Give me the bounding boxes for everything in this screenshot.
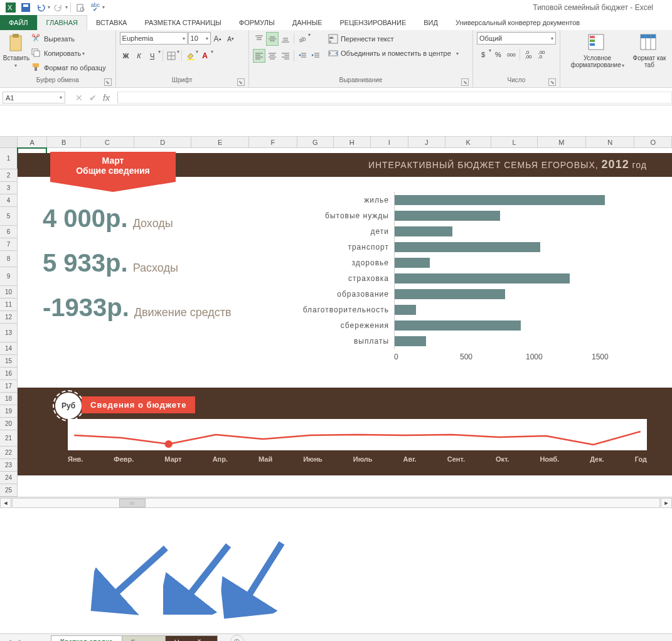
decrease-font-icon[interactable]: A▾	[225, 32, 237, 46]
copy-button[interactable]: Копировать▾	[31, 46, 106, 60]
redo-dd[interactable]: ▾	[65, 4, 68, 10]
font-name-select[interactable]: Euphemia▾	[120, 32, 188, 45]
formula-input[interactable]	[117, 92, 672, 103]
decrease-indent-icon[interactable]	[296, 49, 309, 63]
column-header[interactable]: O	[634, 137, 672, 147]
percent-format-icon[interactable]: %	[492, 48, 504, 61]
row-header[interactable]: 5	[0, 207, 18, 226]
column-header[interactable]: L	[491, 137, 537, 147]
column-header[interactable]: E	[191, 137, 248, 147]
ribbon-tab-вид[interactable]: ВИД	[415, 15, 447, 30]
row-header[interactable]: 25	[0, 484, 18, 497]
alignment-dialog-icon[interactable]: ⬊	[461, 78, 469, 86]
row-header[interactable]: 6	[0, 226, 18, 238]
column-header[interactable]: H	[334, 137, 371, 147]
increase-indent-icon[interactable]	[309, 49, 322, 63]
column-header[interactable]: D	[134, 137, 191, 147]
sheet-tab[interactable]: Настройка	[165, 635, 218, 642]
format-as-table-button[interactable]: Формат как таб	[631, 32, 668, 68]
row-header[interactable]: 8	[0, 251, 18, 267]
column-header[interactable]: A	[18, 137, 48, 147]
ribbon-tab-разметка страницы[interactable]: РАЗМЕТКА СТРАНИЦЫ	[136, 15, 230, 30]
ribbon-tab-рецензирование[interactable]: РЕЦЕНЗИРОВАНИЕ	[331, 15, 415, 30]
undo-dd[interactable]: ▾	[48, 4, 50, 10]
row-header[interactable]: 17	[0, 380, 18, 393]
ribbon-tab-главная[interactable]: ГЛАВНАЯ	[37, 15, 87, 30]
increase-font-icon[interactable]: A▴	[211, 32, 224, 46]
row-header[interactable]: 18	[0, 393, 18, 405]
underline-button[interactable]: Ч	[146, 49, 159, 63]
column-header[interactable]: K	[445, 137, 491, 147]
wrap-text-button[interactable]: abcПеренести текст	[328, 32, 459, 46]
redo-icon[interactable]	[51, 1, 65, 14]
comma-format-icon[interactable]: 000	[505, 48, 518, 61]
column-header[interactable]: B	[47, 137, 81, 147]
row-header[interactable]: 20	[0, 418, 18, 430]
scroll-right-icon[interactable]: ►	[661, 498, 672, 508]
align-middle-icon[interactable]	[266, 32, 279, 46]
align-left-icon[interactable]	[253, 49, 265, 63]
spreadsheet[interactable]: ABCDEFGHIJKLMNO 123456789101112131415161…	[0, 137, 672, 508]
row-header[interactable]: 7	[0, 238, 18, 251]
align-center-icon[interactable]	[266, 49, 279, 63]
font-color-icon[interactable]: А	[199, 49, 211, 63]
conditional-formatting-button[interactable]: Условное форматирование ▾	[564, 32, 631, 69]
column-header[interactable]: C	[81, 137, 134, 147]
decrease-decimal-icon[interactable]: ,00,0	[535, 48, 548, 61]
ribbon-tab-данные[interactable]: ДАННЫЕ	[284, 15, 331, 30]
save-icon[interactable]	[19, 1, 33, 14]
fill-color-icon[interactable]	[184, 49, 196, 63]
font-dialog-icon[interactable]: ⬊	[237, 78, 245, 86]
font-size-select[interactable]: 10▾	[188, 32, 211, 45]
align-bottom-icon[interactable]	[279, 32, 292, 46]
spelling-icon[interactable]: abc✔	[88, 1, 102, 14]
horizontal-scrollbar[interactable]: ◄ ||| ►	[0, 497, 672, 508]
increase-decimal-icon[interactable]: ,0,00	[522, 48, 535, 61]
align-right-icon[interactable]	[279, 49, 292, 63]
ribbon-tab-файл[interactable]: ФАЙЛ	[0, 15, 37, 30]
row-header[interactable]: 15	[0, 355, 18, 368]
row-header[interactable]: 10	[0, 286, 18, 299]
orientation-icon[interactable]: ab	[296, 32, 309, 46]
cut-button[interactable]: ✂️Вырезать	[31, 32, 106, 46]
row-header[interactable]: 24	[0, 472, 18, 484]
select-all-corner[interactable]	[0, 137, 18, 147]
align-top-icon[interactable]	[253, 32, 265, 46]
column-header[interactable]: M	[538, 137, 586, 147]
row-header[interactable]: 1	[0, 148, 18, 169]
ribbon-tab-универсальный конвертер документов[interactable]: Универсальный конвертер документов	[447, 15, 589, 30]
row-header[interactable]: 12	[0, 311, 18, 324]
row-header[interactable]: 2	[0, 169, 18, 182]
scroll-thumb[interactable]: |||	[119, 499, 146, 507]
merge-center-button[interactable]: Объединить и поместить в центре▾	[328, 46, 459, 60]
sheet-tab[interactable]: Краткая сводка	[51, 635, 122, 642]
bold-button[interactable]: Ж	[120, 49, 132, 63]
row-header[interactable]: 14	[0, 342, 18, 355]
number-format-select[interactable]: Общий▾	[477, 32, 556, 45]
row-header[interactable]: 4	[0, 194, 18, 207]
tab-nav-prev[interactable]: ◄	[4, 636, 15, 642]
print-preview-icon[interactable]	[73, 1, 87, 14]
sheet-tab[interactable]: Бюджет	[122, 635, 166, 642]
name-box[interactable]: A1▾	[3, 92, 65, 103]
format-painter-button[interactable]: Формат по образцу	[31, 61, 106, 75]
clipboard-dialog-icon[interactable]: ⬊	[104, 78, 112, 86]
fx-icon[interactable]: fx	[103, 93, 110, 103]
ribbon-tab-вставка[interactable]: ВСТАВКА	[87, 15, 136, 30]
row-header[interactable]: 23	[0, 459, 18, 472]
accounting-format-icon[interactable]: $	[477, 48, 489, 61]
number-dialog-icon[interactable]: ⬊	[548, 78, 556, 86]
tab-nav-next[interactable]: ►	[15, 636, 26, 642]
row-header[interactable]: 19	[0, 405, 18, 418]
column-header[interactable]: J	[408, 137, 446, 147]
row-header[interactable]: 11	[0, 299, 18, 311]
borders-icon[interactable]	[165, 49, 178, 63]
italic-button[interactable]: К	[133, 49, 146, 63]
column-header[interactable]: N	[586, 137, 634, 147]
ribbon-tab-формулы[interactable]: ФОРМУЛЫ	[230, 15, 284, 30]
undo-icon[interactable]	[34, 1, 48, 14]
row-header[interactable]: 9	[0, 267, 18, 286]
paste-button[interactable]: Вставить▾	[4, 32, 29, 69]
row-header[interactable]: 22	[0, 447, 18, 459]
row-header[interactable]: 3	[0, 182, 18, 194]
